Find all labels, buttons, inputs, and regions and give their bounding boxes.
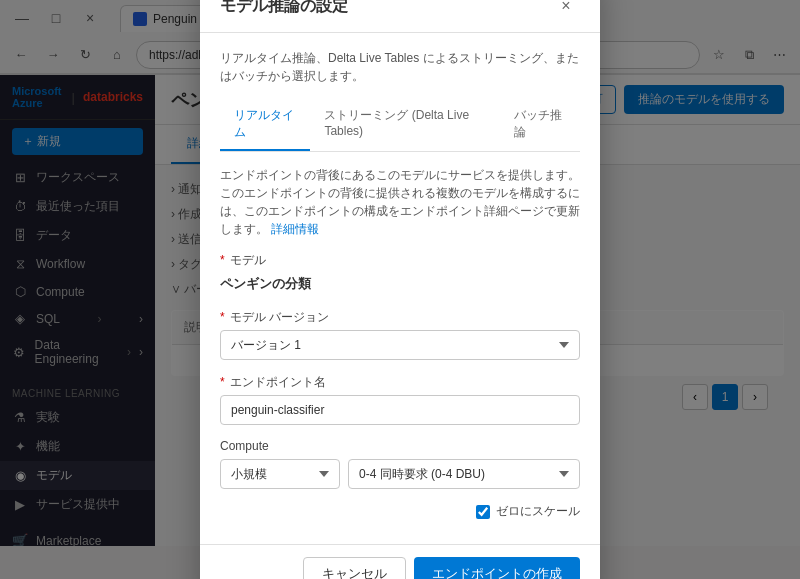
compute-section: Compute 小規模 0-4 同時要求 (0-4 DBU): [220, 439, 580, 489]
tab-batch[interactable]: バッチ推論: [500, 99, 580, 151]
model-label: * モデル: [220, 252, 580, 269]
modal-overlay: モデル推論の設定 × リアルタイム推論、Delta Live Tables によ…: [155, 75, 800, 546]
endpoint-label: * エンドポイント名: [220, 374, 580, 391]
version-field-group: * モデル バージョン バージョン 1: [220, 309, 580, 360]
endpoint-input[interactable]: [220, 395, 580, 425]
model-label-text: モデル: [230, 253, 266, 267]
version-label: * モデル バージョン: [220, 309, 580, 326]
endpoint-required: *: [220, 375, 225, 389]
main-area: ペンギン アクセス許可 推論のモデルを使用する 詳細 › 通知について › 作成…: [155, 75, 800, 546]
version-select[interactable]: バージョン 1: [220, 330, 580, 360]
model-required: *: [220, 253, 225, 267]
compute-row: 小規模 0-4 同時要求 (0-4 DBU): [220, 459, 580, 489]
scale-to-zero-label: ゼロにスケール: [496, 503, 580, 520]
modal-description: リアルタイム推論、Delta Live Tables によるストリーミング、また…: [220, 75, 580, 85]
scale-to-zero-row: ゼロにスケール: [220, 503, 580, 520]
compute-size-select[interactable]: 小規模: [220, 459, 340, 489]
model-field-group: * モデル ペンギンの分類: [220, 252, 580, 295]
compute-size-group: 小規模: [220, 459, 340, 489]
version-required: *: [220, 310, 225, 324]
endpoint-field-group: * エンドポイント名: [220, 374, 580, 425]
modal-dialog: モデル推論の設定 × リアルタイム推論、Delta Live Tables によ…: [200, 75, 600, 546]
modal-info-link[interactable]: 詳細情報: [271, 222, 319, 236]
modal-tabs: リアルタイム ストリーミング (Delta Live Tables) バッチ推論: [220, 99, 580, 152]
app-layout: Microsoft Azure | databricks ＋ 新規 ⊞ ワークス…: [0, 75, 800, 546]
tab-streaming[interactable]: ストリーミング (Delta Live Tables): [310, 99, 500, 151]
scale-to-zero-checkbox[interactable]: [476, 505, 490, 519]
compute-label: Compute: [220, 439, 580, 453]
modal-body: リアルタイム推論、Delta Live Tables によるストリーミング、また…: [200, 75, 600, 544]
version-label-text: モデル バージョン: [230, 310, 329, 324]
modal-footer: キャンセル エンドポイントの作成: [200, 544, 600, 546]
tab-realtime[interactable]: リアルタイム: [220, 99, 310, 151]
modal-info: エンドポイントの背後にあるこのモデルにサービスを提供します。このエンドポイントの…: [220, 166, 580, 238]
endpoint-label-text: エンドポイント名: [230, 375, 326, 389]
compute-capacity-select[interactable]: 0-4 同時要求 (0-4 DBU): [348, 459, 580, 489]
model-value: ペンギンの分類: [220, 273, 580, 295]
compute-capacity-group: 0-4 同時要求 (0-4 DBU): [348, 459, 580, 489]
